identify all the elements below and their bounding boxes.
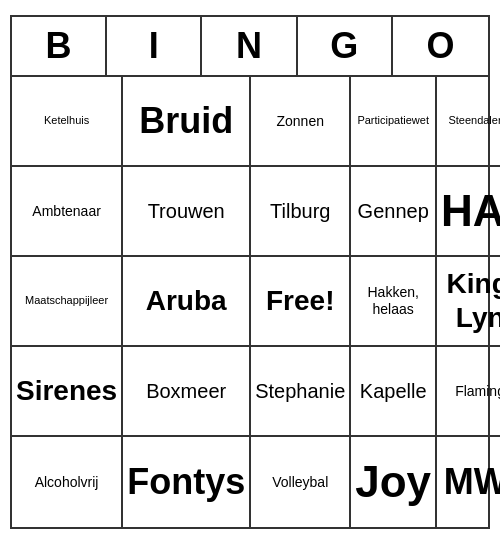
bingo-cell: Steendalerstraat [437, 77, 500, 167]
cell-text: Flamingo's [455, 383, 500, 400]
cell-text: HAN [441, 185, 500, 238]
bingo-cell: Hakken, helaas [351, 257, 437, 347]
bingo-cell: MWD [437, 437, 500, 527]
bingo-cell: Aruba [123, 257, 251, 347]
cell-text: Boxmeer [146, 379, 226, 403]
cell-text: Trouwen [148, 199, 225, 223]
bingo-cell: Bruid [123, 77, 251, 167]
cell-text: Hakken, helaas [368, 284, 419, 318]
cell-text: Aruba [146, 284, 227, 318]
header-letter: O [393, 17, 488, 75]
cell-text: Tilburg [270, 199, 330, 223]
bingo-cell: Zonnen [251, 77, 351, 167]
cell-text: Ambtenaar [32, 203, 100, 220]
bingo-cell: Volleybal [251, 437, 351, 527]
bingo-cell: King's Lynn [437, 257, 500, 347]
cell-text: Gennep [358, 199, 429, 223]
cell-text: MWD [444, 460, 500, 503]
cell-text: King's Lynn [447, 267, 500, 334]
cell-text: Participatiewet [357, 114, 429, 127]
bingo-header: BINGO [12, 17, 488, 77]
bingo-cell: Trouwen [123, 167, 251, 257]
cell-text: Stephanie [255, 379, 345, 403]
bingo-cell: Free! [251, 257, 351, 347]
bingo-cell: HAN [437, 167, 500, 257]
bingo-cell: Joy [351, 437, 437, 527]
bingo-cell: Tilburg [251, 167, 351, 257]
bingo-grid: KetelhuisBruidZonnenParticipatiewetSteen… [12, 77, 488, 527]
bingo-card: BINGO KetelhuisBruidZonnenParticipatiewe… [10, 15, 490, 529]
cell-text: Free! [266, 284, 334, 318]
cell-text: Bruid [139, 99, 233, 142]
cell-text: Ketelhuis [44, 114, 89, 127]
cell-text: Alcoholvrij [35, 474, 99, 491]
bingo-cell: Fontys [123, 437, 251, 527]
cell-text: Steendalerstraat [448, 114, 500, 127]
cell-text: Volleybal [272, 474, 328, 491]
bingo-cell: Gennep [351, 167, 437, 257]
bingo-cell: Sirenes [12, 347, 123, 437]
header-letter: I [107, 17, 202, 75]
bingo-cell: Ketelhuis [12, 77, 123, 167]
cell-text: Fontys [127, 460, 245, 503]
cell-text: Sirenes [16, 374, 117, 408]
bingo-cell: Ambtenaar [12, 167, 123, 257]
cell-text: Kapelle [360, 379, 427, 403]
header-letter: B [12, 17, 107, 75]
cell-text: Maatschappijleer [25, 294, 108, 307]
bingo-cell: Maatschappijleer [12, 257, 123, 347]
bingo-cell: Participatiewet [351, 77, 437, 167]
bingo-cell: Stephanie [251, 347, 351, 437]
cell-text: Zonnen [276, 113, 323, 130]
bingo-cell: Boxmeer [123, 347, 251, 437]
bingo-cell: Kapelle [351, 347, 437, 437]
cell-text: Joy [355, 456, 431, 509]
header-letter: N [202, 17, 297, 75]
bingo-cell: Alcoholvrij [12, 437, 123, 527]
header-letter: G [298, 17, 393, 75]
bingo-cell: Flamingo's [437, 347, 500, 437]
